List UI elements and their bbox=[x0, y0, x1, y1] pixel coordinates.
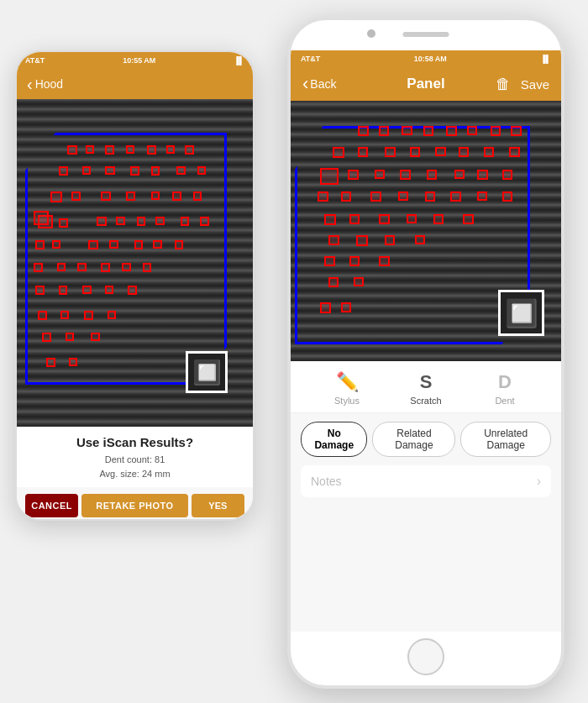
damage-dot bbox=[502, 191, 512, 202]
damage-dot bbox=[137, 217, 145, 226]
right-nav-actions: 🗑 Save bbox=[496, 76, 549, 93]
damage-dot bbox=[101, 263, 110, 272]
damage-dot bbox=[101, 191, 111, 201]
dent-icon: D bbox=[498, 371, 512, 393]
damage-dot bbox=[328, 277, 339, 287]
right-photo-bg: 🔲 bbox=[291, 101, 561, 361]
tool-dent[interactable]: D Dent bbox=[465, 371, 544, 406]
damage-dot bbox=[435, 147, 446, 156]
damage-dot bbox=[50, 191, 62, 202]
avg-size-label: Avg. size: bbox=[99, 469, 139, 479]
damage-dot bbox=[126, 145, 134, 154]
save-button[interactable]: Save bbox=[521, 77, 549, 92]
damage-dot bbox=[354, 277, 364, 286]
right-bottom-controls: ✏️ Stylus S Scratch D Dent No Damage Rel… bbox=[291, 361, 561, 632]
home-button[interactable] bbox=[407, 638, 444, 675]
damage-dot bbox=[477, 191, 487, 201]
damage-dot bbox=[126, 191, 135, 201]
right-back-button[interactable]: Back bbox=[302, 75, 336, 93]
damage-dot bbox=[463, 214, 474, 224]
damage-dot bbox=[356, 235, 368, 246]
damage-dot bbox=[333, 147, 344, 158]
damage-dot bbox=[91, 333, 100, 341]
damage-dot bbox=[88, 240, 98, 249]
right-nav-title: Panel bbox=[407, 76, 444, 92]
cancel-button[interactable]: CANCEL bbox=[25, 494, 78, 517]
damage-dot bbox=[128, 286, 137, 295]
damage-dot bbox=[151, 166, 160, 176]
damage-dot bbox=[402, 126, 412, 135]
damage-buttons: No Damage Related Damage Unrelated Damag… bbox=[291, 413, 561, 465]
damage-dot bbox=[143, 263, 151, 272]
damage-dot bbox=[52, 240, 60, 249]
right-qr-code: 🔲 bbox=[498, 290, 544, 336]
damage-dot bbox=[105, 166, 115, 175]
front-camera bbox=[367, 29, 375, 38]
notes-placeholder: Notes bbox=[311, 475, 342, 488]
left-back-button[interactable]: Hood bbox=[27, 76, 63, 92]
damage-dot bbox=[467, 126, 477, 135]
damage-dot bbox=[38, 311, 47, 320]
left-dialog: Use iScan Results? Dent count: 81 Avg. s… bbox=[17, 427, 253, 487]
damage-dot bbox=[175, 240, 183, 249]
dialog-title: Use iScan Results? bbox=[29, 435, 241, 449]
damage-dot bbox=[42, 333, 51, 342]
damage-dot bbox=[185, 145, 194, 155]
damage-dot bbox=[400, 170, 411, 180]
scratch-icon: S bbox=[420, 371, 433, 393]
damage-dot bbox=[379, 256, 390, 266]
dialog-buttons: CANCEL RETAKE PHOTO YES bbox=[17, 487, 253, 521]
right-phone: AT&T 10:58 AM ▐▌ Back Panel 🗑 Save bbox=[287, 17, 564, 689]
damage-dot bbox=[433, 214, 444, 224]
damage-dot bbox=[108, 311, 116, 319]
damage-dot bbox=[130, 166, 139, 176]
damage-dot bbox=[328, 235, 339, 245]
damage-dot bbox=[109, 240, 118, 249]
no-damage-button[interactable]: No Damage bbox=[301, 422, 367, 457]
damage-dot bbox=[34, 211, 49, 225]
damage-dot bbox=[67, 145, 77, 155]
related-damage-button[interactable]: Related Damage bbox=[372, 422, 455, 457]
notes-row[interactable]: Notes › bbox=[301, 465, 551, 497]
dialog-info: Dent count: 81 Avg. size: 24 mm bbox=[29, 453, 241, 480]
right-time: 10:58 AM bbox=[414, 55, 447, 63]
damage-dot bbox=[200, 217, 209, 226]
damage-dot bbox=[398, 191, 408, 201]
damage-dot bbox=[379, 126, 389, 136]
damage-dot bbox=[349, 256, 360, 266]
damage-dot bbox=[358, 126, 369, 136]
left-status-bar: AT&T 10:55 AM ▐▌ bbox=[17, 52, 253, 69]
damage-dot bbox=[60, 311, 69, 319]
right-battery: ▐▌ bbox=[540, 55, 551, 63]
damage-dot bbox=[97, 217, 107, 226]
unrelated-damage-button[interactable]: Unrelated Damage bbox=[460, 422, 551, 457]
right-phone-inner: AT&T 10:58 AM ▐▌ Back Panel 🗑 Save bbox=[291, 50, 561, 632]
dent-label: Dent bbox=[495, 396, 514, 406]
damage-dot bbox=[176, 166, 186, 175]
tool-scratch[interactable]: S Scratch bbox=[386, 371, 465, 406]
left-nav-bar: Hood bbox=[17, 69, 253, 99]
damage-dot bbox=[46, 358, 55, 367]
tool-stylus[interactable]: ✏️ Stylus bbox=[307, 371, 386, 406]
left-battery: ▐▌ bbox=[234, 56, 244, 65]
damage-dot bbox=[410, 147, 420, 157]
right-nav-bar: Back Panel 🗑 Save bbox=[291, 67, 561, 101]
trash-icon[interactable]: 🗑 bbox=[496, 76, 511, 93]
damage-dot bbox=[153, 240, 162, 249]
damage-dot bbox=[341, 302, 351, 312]
damage-dot bbox=[122, 263, 131, 271]
damage-dot bbox=[151, 191, 160, 200]
left-time: 10:55 AM bbox=[123, 56, 155, 65]
damage-dot bbox=[459, 147, 469, 157]
damage-dot bbox=[385, 235, 395, 245]
yes-button[interactable]: YES bbox=[192, 494, 244, 517]
dent-count-value: 81 bbox=[155, 454, 165, 464]
damage-dot bbox=[341, 191, 351, 202]
damage-dot bbox=[82, 166, 91, 175]
damage-dot bbox=[34, 263, 43, 272]
damage-dot bbox=[77, 263, 87, 271]
retake-button[interactable]: RETAKE PHOTO bbox=[81, 494, 188, 517]
damage-dot bbox=[491, 126, 501, 136]
right-carrier: AT&T bbox=[301, 55, 320, 63]
damage-dot bbox=[349, 214, 360, 224]
